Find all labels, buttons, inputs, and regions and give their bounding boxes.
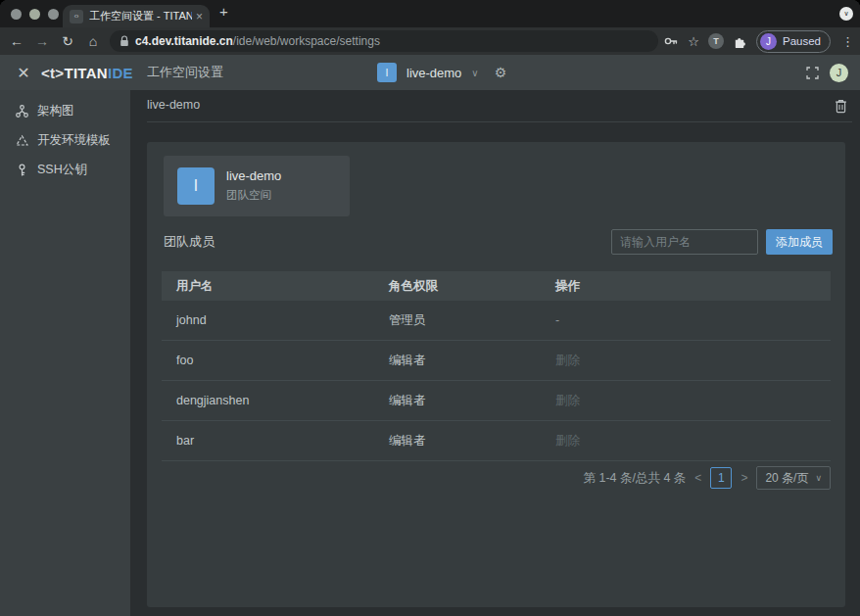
settings-panel: l live-demo 团队空间 团队成员 添加成员 用户名 角色权限 操作 j <box>147 142 845 607</box>
profile-chip[interactable]: J Paused <box>756 30 831 53</box>
reload-button[interactable]: ↻ <box>55 33 80 49</box>
traffic-lights <box>11 9 59 20</box>
browser-window: ‹› 工作空间设置 - TITANIDE × + ∨ ← → ↻ ⌂ c4.de… <box>0 0 860 616</box>
address-bar[interactable]: c4.dev.titanide.cn/ide/web/workspace/set… <box>110 30 658 52</box>
extension-avatar-icon[interactable]: T <box>708 33 724 49</box>
next-page-button[interactable]: > <box>741 471 747 485</box>
lock-icon <box>119 35 129 47</box>
breadcrumb: live-demo <box>147 98 200 112</box>
cell-role: 管理员 <box>374 312 541 329</box>
tab-favicon-icon: ‹› <box>70 10 83 24</box>
column-username: 用户名 <box>162 278 374 295</box>
cell-role: 编辑者 <box>374 433 541 450</box>
table-row: bar 编辑者 删除 <box>162 421 831 461</box>
sidebar-item-label: SSH公钥 <box>37 162 87 178</box>
key-icon <box>16 164 28 176</box>
url-path: /ide/web/workspace/settings <box>233 34 380 48</box>
prev-page-button[interactable]: < <box>694 471 701 485</box>
titlebar: ‹› 工作空间设置 - TITANIDE × + ∨ <box>0 0 860 27</box>
chevron-down-icon[interactable]: ∨ <box>471 68 478 78</box>
url-domain: c4.dev.titanide.cn <box>135 34 233 48</box>
workspace-name: live-demo <box>406 66 461 80</box>
column-role: 角色权限 <box>374 278 541 295</box>
workspace-settings-gear-icon[interactable]: ⚙ <box>495 65 507 80</box>
members-header-row: 团队成员 添加成员 <box>164 229 833 255</box>
cell-role: 编辑者 <box>374 353 541 369</box>
cell-username: bar <box>162 434 374 448</box>
sidebar-item-architecture[interactable]: 架构图 <box>0 96 130 125</box>
toolbar-right: ☆ T J Paused ⋮ <box>663 30 854 53</box>
delete-member-link[interactable]: 删除 <box>541 393 831 409</box>
extensions-puzzle-icon[interactable] <box>733 34 747 49</box>
page-size-select[interactable]: 20 条/页 ∨ <box>756 466 831 490</box>
delete-member-link[interactable]: 删除 <box>541 433 831 450</box>
profile-avatar: J <box>760 33 777 50</box>
add-member-button[interactable]: 添加成员 <box>766 229 833 255</box>
cell-username: johnd <box>162 313 374 327</box>
logo-suffix: IDE <box>108 65 133 81</box>
table-row: johnd 管理员 - <box>162 301 831 341</box>
app-header: ✕ <t>TITANIDE 工作空间设置 l live-demo ∨ ⚙ J <box>0 55 860 90</box>
sidebar: 架构图 开发环境模板 SSH公钥 <box>0 90 130 616</box>
workspace-card-name: live-demo <box>226 168 281 183</box>
workspace-card-type: 团队空间 <box>226 188 271 203</box>
logo-main: TITAN <box>64 65 108 81</box>
user-avatar[interactable]: J <box>830 64 848 82</box>
home-button[interactable]: ⌂ <box>80 33 106 49</box>
delete-workspace-button[interactable] <box>831 96 850 116</box>
close-window-button[interactable] <box>11 9 22 20</box>
bookmark-star-icon[interactable]: ☆ <box>688 34 699 49</box>
current-page-button[interactable]: 1 <box>710 467 732 489</box>
table-row: dengjianshen 编辑者 删除 <box>162 381 831 421</box>
members-table: 用户名 角色权限 操作 johnd 管理员 - foo 编辑者 删除 dengj… <box>162 271 831 461</box>
members-actions: 添加成员 <box>611 229 833 255</box>
cell-username: dengjianshen <box>162 394 374 407</box>
minimize-window-button[interactable] <box>29 9 40 20</box>
username-input[interactable] <box>611 229 758 255</box>
tab-title: 工作空间设置 - TITANIDE <box>89 9 192 24</box>
workspace-card-badge: l <box>177 167 215 205</box>
header-right: J <box>806 55 848 90</box>
browser-tab[interactable]: ‹› 工作空间设置 - TITANIDE × <box>63 5 210 27</box>
app-page-title: 工作空间设置 <box>147 64 223 81</box>
sidebar-item-ssh-keys[interactable]: SSH公钥 <box>0 155 130 184</box>
cell-username: foo <box>162 354 374 367</box>
app-logo[interactable]: <t>TITANIDE <box>41 65 133 81</box>
template-icon <box>16 134 28 147</box>
browser-menu-button[interactable]: ⋮ <box>841 34 854 49</box>
back-button[interactable]: ← <box>4 33 29 49</box>
members-section-title: 团队成员 <box>164 233 215 251</box>
page-size-value: 20 条/页 <box>765 470 808 487</box>
workspace-switcher[interactable]: l live-demo ∨ ⚙ <box>377 55 506 90</box>
browser-toolbar: ← → ↻ ⌂ c4.dev.titanide.cn/ide/web/works… <box>0 27 860 55</box>
delete-member-link[interactable]: 删除 <box>541 353 831 369</box>
table-row: foo 编辑者 删除 <box>162 341 831 381</box>
fullscreen-icon[interactable] <box>806 67 819 79</box>
trash-icon <box>835 99 847 114</box>
app-close-button[interactable]: ✕ <box>14 64 33 82</box>
tab-search-button[interactable]: ∨ <box>839 7 853 21</box>
cell-role: 编辑者 <box>374 393 541 409</box>
workspace-card: l live-demo 团队空间 <box>164 156 350 216</box>
sync-paused-label: Paused <box>783 35 821 47</box>
column-actions: 操作 <box>541 278 831 295</box>
divider <box>147 121 852 122</box>
sidebar-item-dev-templates[interactable]: 开发环境模板 <box>0 125 130 155</box>
tab-close-icon[interactable]: × <box>196 10 203 24</box>
chevron-down-icon: ∨ <box>815 473 822 483</box>
cell-action: - <box>541 313 831 327</box>
new-tab-button[interactable]: + <box>219 3 228 20</box>
sidebar-item-label: 架构图 <box>37 103 74 119</box>
forward-button[interactable]: → <box>29 33 55 49</box>
workspace-badge: l <box>377 63 397 82</box>
pagination-summary: 第 1-4 条/总共 4 条 <box>583 470 686 487</box>
logo-mark: <t> <box>41 65 64 81</box>
password-key-icon[interactable] <box>663 33 679 49</box>
branch-icon <box>16 105 28 118</box>
table-header: 用户名 角色权限 操作 <box>162 271 831 301</box>
main-content: live-demo l live-demo 团队空间 团队成员 添加成员 <box>130 90 860 616</box>
maximize-window-button[interactable] <box>48 9 59 20</box>
pagination: 第 1-4 条/总共 4 条 < 1 > 20 条/页 ∨ <box>583 466 831 490</box>
sidebar-item-label: 开发环境模板 <box>37 132 111 149</box>
